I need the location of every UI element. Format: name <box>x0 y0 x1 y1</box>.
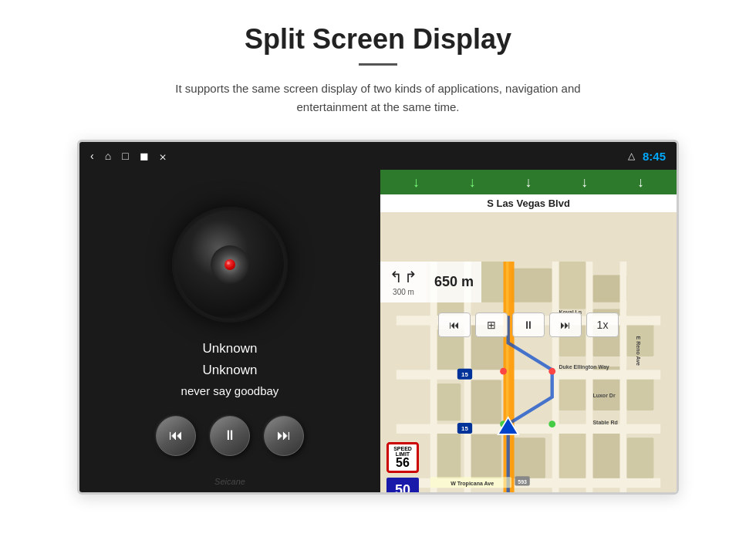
music-controls: ⏮ ⏸ ⏭ <box>156 416 304 456</box>
svg-text:Luxor Dr: Luxor Dr <box>592 393 616 398</box>
speed-limit-label: SPEEDLIMIT <box>389 446 417 457</box>
nav-arrow-5: ↓ <box>637 174 644 191</box>
triangle-icon: △ <box>628 150 635 161</box>
prev-button[interactable]: ⏮ <box>156 416 196 456</box>
svg-rect-11 <box>437 383 461 421</box>
nav-panel: ↓ ↓ ↓ ↓ ↓ S Las Vegas Blvd <box>380 170 677 492</box>
next-icon: ⏭ <box>277 427 291 444</box>
turn-distance: 300 m <box>393 288 414 296</box>
svg-text:Stable Rd: Stable Rd <box>592 420 617 425</box>
current-speed-box: 50 <box>386 478 419 492</box>
svg-text:15: 15 <box>461 425 468 432</box>
turn-box: ↰ ↱ 300 m <box>380 262 427 302</box>
svg-point-37 <box>548 421 555 427</box>
nav-header: ↓ ↓ ↓ ↓ ↓ <box>380 170 677 194</box>
device-frame: ‹ ⌂ □ ◼ ⨉ △ 8:45 <box>77 140 679 495</box>
current-speed: 50 <box>395 482 410 493</box>
nav-instruction: ↰ ↱ 300 m 650 m <box>380 262 677 302</box>
cd-inner <box>211 245 249 284</box>
svg-rect-21 <box>626 437 653 478</box>
turn-arrows: ↰ ↱ <box>390 268 417 286</box>
music-track-title: Unknown <box>181 341 279 356</box>
svg-rect-17 <box>471 434 501 478</box>
left-turn-arrow: ↰ <box>390 268 403 286</box>
right-turn-arrow: ↱ <box>404 268 417 286</box>
cd-outer-ring <box>176 211 284 319</box>
cd-center-dot <box>224 259 235 270</box>
split-content: Unknown Unknown never say goodbay ⏮ ⏸ ⏭ … <box>79 170 677 492</box>
music-song: never say goodbay <box>181 384 279 397</box>
music-panel: Unknown Unknown never say goodbay ⏮ ⏸ ⏭ … <box>79 170 380 492</box>
nav-next-button[interactable]: ⏭ <box>549 312 582 337</box>
window-icon[interactable]: □ <box>122 150 128 162</box>
page-title: Split Screen Display <box>245 23 511 56</box>
nav-media-controls: ⏮ ⊞ ⏸ ⏭ 1x <box>380 312 677 337</box>
title-divider <box>359 63 397 66</box>
prev-icon: ⏮ <box>169 427 183 444</box>
speed-limit-value: 56 <box>389 457 417 469</box>
pause-icon: ⏸ <box>223 427 237 444</box>
pause-button[interactable]: ⏸ <box>210 416 250 456</box>
svg-point-34 <box>500 368 507 375</box>
usb-icon[interactable]: ⨉ <box>160 150 166 163</box>
next-button[interactable]: ⏭ <box>264 416 304 456</box>
svg-text:15: 15 <box>461 371 468 378</box>
nav-speed-button[interactable]: 1x <box>586 312 619 337</box>
street-name-bar: S Las Vegas Blvd <box>380 194 677 212</box>
nav-pause-button[interactable]: ⏸ <box>512 312 545 337</box>
music-panel-watermark: Seicane <box>214 477 245 486</box>
music-info: Unknown Unknown never say goodbay <box>181 341 279 397</box>
page-container: Split Screen Display It supports the sam… <box>0 0 756 554</box>
back-icon[interactable]: ‹ <box>90 150 94 162</box>
nav-menu-button[interactable]: ⊞ <box>475 312 508 337</box>
svg-text:E Reno Ave: E Reno Ave <box>636 336 641 367</box>
svg-text:593: 593 <box>518 479 527 485</box>
speed-limit-sign: SPEEDLIMIT 56 <box>386 442 419 473</box>
side-distance: 650 m <box>434 274 474 290</box>
status-bar: ‹ ⌂ □ ◼ ⨉ △ 8:45 <box>79 142 677 170</box>
svg-text:W Tropicana Ave: W Tropicana Ave <box>451 481 494 487</box>
nav-arrow-1: ↓ <box>413 174 420 191</box>
svg-text:Duke Ellington Way: Duke Ellington Way <box>559 364 609 370</box>
svg-rect-18 <box>511 437 545 478</box>
nav-arrow-3: ↓ <box>525 174 532 191</box>
side-distance-box: 650 m <box>427 262 481 302</box>
status-bar-right: △ 8:45 <box>628 150 666 163</box>
svg-rect-16 <box>437 431 461 478</box>
svg-rect-12 <box>471 380 501 424</box>
svg-rect-19 <box>559 427 586 478</box>
svg-point-36 <box>548 368 555 375</box>
status-bar-left: ‹ ⌂ □ ◼ ⨉ <box>90 150 166 163</box>
music-artist: Unknown <box>181 363 279 378</box>
street-name: S Las Vegas Blvd <box>487 198 570 209</box>
cd-art <box>172 207 288 323</box>
nav-arrow-4: ↓ <box>581 174 588 191</box>
home-icon[interactable]: ⌂ <box>105 150 111 162</box>
status-time: 8:45 <box>643 150 666 163</box>
map-background: 15 15 W Tropicana Ave 593 Koval Ln Duke … <box>380 212 677 492</box>
nav-arrow-2: ↓ <box>469 174 476 191</box>
page-subtitle: It supports the same screen display of t… <box>139 79 617 117</box>
nav-prev-button[interactable]: ⏮ <box>438 312 471 337</box>
image-icon[interactable]: ◼ <box>140 150 149 162</box>
